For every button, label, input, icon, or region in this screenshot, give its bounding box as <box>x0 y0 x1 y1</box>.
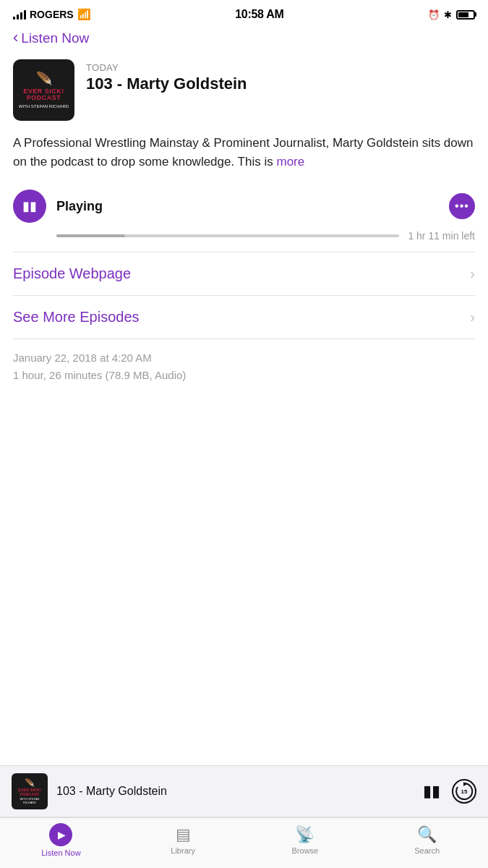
playing-label: Playing <box>56 199 103 214</box>
alarm-icon: ⏰ <box>428 9 440 20</box>
more-dots-icon: ••• <box>455 200 469 213</box>
episode-duration: 1 hour, 26 minutes (78.9 MB, Audio) <box>13 367 475 384</box>
tab-library-label: Library <box>171 846 195 855</box>
status-time: 10:58 AM <box>235 8 283 21</box>
carrier-label: ROGERS <box>30 9 74 20</box>
episode-info: TODAY 103 - Marty Goldstein <box>86 59 475 93</box>
status-bar: ROGERS 📶 10:58 AM ⏰ ✱ <box>0 0 488 26</box>
episode-description: A Professional Wrestling Mainstay & Prom… <box>0 131 488 182</box>
mini-artwork-title: EVER SICK! PODCAST <box>14 788 45 796</box>
play-triangle-icon: ▶ <box>58 829 66 841</box>
podcast-artwork: 🪶 EVER SICK! PODCAST WITH STEFAN RICHARD <box>13 59 74 121</box>
library-icon: ▤ <box>176 825 191 844</box>
progress-bar[interactable] <box>56 234 399 237</box>
back-button[interactable]: ‹ Listen Now <box>13 30 475 46</box>
episode-webpage-label: Episode Webpage <box>13 265 131 282</box>
tab-library[interactable]: ▤ Library <box>122 825 244 855</box>
signal-bars <box>13 9 26 20</box>
back-chevron-icon: ‹ <box>13 30 18 46</box>
bluetooth-icon: ✱ <box>444 9 452 20</box>
player-status-row: ▮▮ Playing ••• <box>13 190 475 223</box>
chevron-right-icon-2: › <box>470 309 475 326</box>
episode-meta: January 22, 2018 at 4:20 AM 1 hour, 26 m… <box>0 339 488 394</box>
nav-bar: ‹ Listen Now <box>0 26 488 52</box>
mini-player: 🪶 EVER SICK! PODCAST WITH STEFAN RICHARD… <box>0 765 488 817</box>
progress-fill <box>56 234 125 237</box>
time-remaining: 1 hr 11 min left <box>408 230 475 242</box>
search-icon: 🔍 <box>417 825 437 844</box>
status-left: ROGERS 📶 <box>13 8 91 21</box>
episode-webpage-row[interactable]: Episode Webpage › <box>0 252 488 295</box>
tab-browse[interactable]: 📡 Browse <box>244 825 367 855</box>
chevron-right-icon-1: › <box>470 265 475 282</box>
description-text: A Professional Wrestling Mainstay & Prom… <box>13 136 474 169</box>
tab-listen-now-label: Listen Now <box>41 848 80 857</box>
tab-search-label: Search <box>414 846 440 855</box>
feather-icon: 🪶 <box>36 71 52 87</box>
mini-episode-title: 103 - Marty Goldstein <box>56 785 414 798</box>
listen-now-icon: ▶ <box>49 823 72 846</box>
more-link[interactable]: more <box>276 155 304 169</box>
artwork-title: EVER SICK! PODCAST <box>17 88 70 103</box>
mini-artwork: 🪶 EVER SICK! PODCAST WITH STEFAN RICHARD <box>12 773 48 809</box>
tab-listen-now[interactable]: ▶ Listen Now <box>0 823 122 857</box>
episode-header: 🪶 EVER SICK! PODCAST WITH STEFAN RICHARD… <box>0 52 488 131</box>
mini-controls: ▮▮ 15 <box>423 779 476 804</box>
mini-feather-icon: 🪶 <box>25 778 35 788</box>
wifi-icon: 📶 <box>77 8 91 21</box>
episode-date: January 22, 2018 at 4:20 AM <box>13 349 475 367</box>
pause-button[interactable]: ▮▮ <box>13 190 46 223</box>
browse-icon: 📡 <box>295 825 314 844</box>
mini-artwork-sub: WITH STEFAN RICHARD <box>14 797 45 804</box>
see-more-episodes-row[interactable]: See More Episodes › <box>0 296 488 339</box>
tab-browse-label: Browse <box>292 846 319 855</box>
mini-pause-icon[interactable]: ▮▮ <box>423 782 440 801</box>
forward-15-icon: 15 <box>453 780 475 802</box>
episode-date-label: TODAY <box>86 62 475 73</box>
episode-title: 103 - Marty Goldstein <box>86 75 475 93</box>
progress-row: 1 hr 11 min left <box>13 230 475 242</box>
tab-bar: ▶ Listen Now ▤ Library 📡 Browse 🔍 Search <box>0 817 488 868</box>
status-right: ⏰ ✱ <box>428 9 475 20</box>
player-section: ▮▮ Playing ••• 1 hr 11 min left <box>0 182 488 252</box>
artwork-subtitle: WITH STEFAN RICHARD <box>19 104 69 109</box>
pause-icon: ▮▮ <box>22 200 37 213</box>
back-label: Listen Now <box>21 30 89 46</box>
battery-indicator <box>456 10 475 20</box>
see-more-episodes-label: See More Episodes <box>13 309 140 326</box>
mini-forward-button[interactable]: 15 <box>452 779 476 804</box>
tab-search[interactable]: 🔍 Search <box>366 825 488 855</box>
more-options-button[interactable]: ••• <box>449 193 475 219</box>
svg-marker-0 <box>463 782 467 786</box>
svg-text:15: 15 <box>461 788 468 795</box>
player-left: ▮▮ Playing <box>13 190 103 223</box>
